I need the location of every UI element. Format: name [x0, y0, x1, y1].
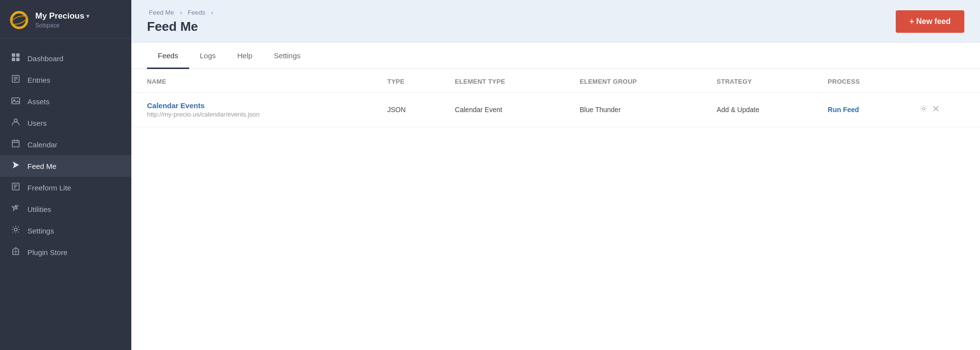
entries-icon [11, 74, 21, 85]
sidebar-item-users-label: Users [27, 119, 47, 127]
feeds-table: Name Type Element Type Element Group Str… [131, 69, 980, 127]
sidebar-header: My Precious ▾ Solspace [0, 0, 131, 39]
col-name: Name [131, 69, 377, 93]
sidebar-item-entries[interactable]: Entries [0, 69, 131, 91]
tab-logs[interactable]: Logs [189, 43, 227, 69]
tab-feeds[interactable]: Feeds [147, 43, 189, 69]
page-title: Feed Me [147, 19, 215, 34]
calendar-icon [11, 139, 21, 150]
svg-rect-4 [12, 58, 15, 61]
new-feed-button[interactable]: + New feed [896, 10, 964, 33]
sidebar-item-dashboard-label: Dashboard [27, 54, 63, 63]
col-strategy: Strategy [707, 69, 818, 93]
svg-point-0 [11, 12, 27, 28]
sidebar-item-users[interactable]: Users [0, 112, 131, 134]
sidebar-nav: Dashboard Entries Assets Users [0, 39, 131, 350]
tabs-bar: Feeds Logs Help Settings [131, 43, 980, 69]
svg-rect-5 [16, 58, 20, 61]
breadcrumb-feeds: Feeds [188, 9, 205, 16]
sidebar-item-feed-me-label: Feed Me [27, 162, 56, 170]
col-type: Type [377, 69, 445, 93]
sidebar-item-calendar-label: Calendar [27, 140, 57, 149]
table-row: Calendar Events http://my-precio.us/cale… [131, 93, 980, 127]
svg-rect-13 [12, 140, 19, 147]
sidebar-item-utilities[interactable]: Utilities [0, 198, 131, 220]
brand-info: My Precious ▾ Solspace [35, 11, 89, 29]
svg-point-22 [14, 228, 17, 231]
assets-icon [11, 96, 21, 107]
settings-icon [11, 225, 21, 236]
content-area: Name Type Element Type Element Group Str… [131, 69, 980, 350]
sidebar-item-plugin-store[interactable]: Plugin Store [0, 241, 131, 263]
plugin-store-icon [11, 247, 21, 257]
main-content: Feed Me › Feeds › Feed Me + New feed Fee… [131, 0, 980, 350]
svg-rect-2 [12, 53, 15, 57]
breadcrumb-sep2: › [211, 9, 213, 16]
brand-logo [10, 11, 28, 29]
feed-element-type-cell: Calendar Event [445, 93, 570, 127]
sidebar-item-dashboard[interactable]: Dashboard [0, 47, 131, 69]
svg-marker-17 [13, 162, 19, 168]
sidebar-item-utilities-label: Utilities [27, 205, 51, 213]
feed-settings-icon[interactable] [920, 105, 928, 115]
sidebar-item-entries-label: Entries [27, 76, 50, 84]
feed-type-cell: JSON [377, 93, 445, 127]
col-element-type: Element Type [445, 69, 570, 93]
tab-help[interactable]: Help [226, 43, 263, 69]
feed-url: http://my-precio.us/calendar/events.json [147, 111, 368, 118]
feed-name-link[interactable]: Calendar Events [147, 101, 368, 110]
sidebar: My Precious ▾ Solspace Dashboard Entries [0, 0, 131, 350]
brand-name[interactable]: My Precious ▾ [35, 11, 89, 21]
feed-me-icon [11, 161, 21, 171]
dashboard-icon [11, 53, 21, 64]
svg-point-12 [14, 119, 17, 122]
top-bar: Feed Me › Feeds › Feed Me + New feed [131, 0, 980, 43]
sidebar-item-settings-label: Settings [27, 227, 54, 235]
feed-delete-icon[interactable] [932, 105, 939, 114]
sidebar-item-freeform-lite[interactable]: Freeform Lite [0, 177, 131, 198]
sidebar-item-assets[interactable]: Assets [0, 91, 131, 112]
feed-element-group-cell: Blue Thunder [570, 93, 707, 127]
svg-rect-3 [16, 53, 20, 57]
sidebar-item-feed-me[interactable]: Feed Me [0, 155, 131, 177]
col-actions [910, 69, 980, 93]
brand-chevron: ▾ [86, 13, 89, 20]
col-process: Process [818, 69, 910, 93]
breadcrumb-feed-me: Feed Me [149, 9, 174, 16]
svg-rect-10 [12, 98, 20, 104]
breadcrumb-sep1: › [180, 9, 182, 16]
feed-strategy-cell: Add & Update [707, 93, 818, 127]
users-icon [11, 117, 21, 128]
sidebar-item-settings[interactable]: Settings [0, 220, 131, 241]
breadcrumb: Feed Me › Feeds › [147, 9, 215, 16]
brand-subname: Solspace [35, 22, 89, 29]
header-left: Feed Me › Feeds › Feed Me [147, 9, 215, 34]
feed-name-cell: Calendar Events http://my-precio.us/cale… [131, 93, 377, 127]
sidebar-item-assets-label: Assets [27, 97, 49, 106]
svg-point-23 [923, 108, 925, 110]
utilities-icon [11, 204, 21, 214]
sidebar-item-calendar[interactable]: Calendar [0, 134, 131, 155]
sidebar-item-plugin-store-label: Plugin Store [27, 248, 68, 257]
run-feed-link[interactable]: Run Feed [828, 106, 859, 114]
feed-action-icons [920, 105, 970, 115]
tab-settings[interactable]: Settings [263, 43, 311, 69]
sidebar-item-freeform-lite-label: Freeform Lite [27, 184, 71, 192]
col-element-group: Element Group [570, 69, 707, 93]
table-header-row: Name Type Element Type Element Group Str… [131, 69, 980, 93]
feed-process-cell: Run Feed [818, 93, 910, 127]
feed-actions-cell [910, 93, 980, 127]
freeform-lite-icon [11, 182, 21, 193]
